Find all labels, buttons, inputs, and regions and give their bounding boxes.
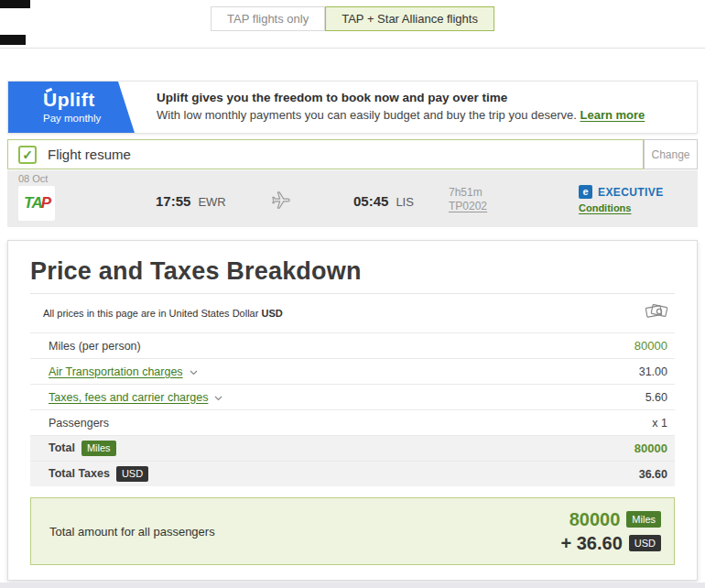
airplane-icon: [271, 191, 291, 214]
row-value: 5.60: [645, 391, 667, 404]
row-label: Passengers: [49, 417, 109, 430]
tap-airline-logo: TAP: [18, 186, 55, 221]
banknotes-icon: [644, 301, 669, 325]
air-transportation-charges-link[interactable]: Air Transportation charges: [49, 365, 183, 378]
uplift-subtext: With low monthly payments you can easily…: [157, 108, 645, 122]
uplift-banner: Uplift Pay monthly Uplift gives you the …: [7, 81, 698, 134]
cabin-class-block: e EXECUTIVE Conditions: [579, 185, 664, 215]
row-value: 36.60: [639, 468, 667, 481]
uplift-tagline: Pay monthly: [43, 113, 135, 124]
cropped-black-element-left: [0, 35, 26, 45]
total-values: 80000 Miles + 36.60 USD: [560, 509, 661, 554]
arrival-time: 05:45: [353, 193, 388, 209]
row-air-transportation-charges: Air Transportation charges 31.00: [30, 358, 675, 384]
row-taxes-fees-carrier-charges: Taxes, fees and carrier charges 5.60: [30, 384, 675, 409]
row-total-taxes: Total Taxes USD 36.60: [30, 461, 675, 486]
miles-badge: Miles: [81, 441, 116, 456]
row-value: x 1: [652, 417, 667, 430]
change-flight-button[interactable]: Change: [644, 139, 698, 169]
executive-class-icon: e: [579, 185, 592, 199]
flight-resume-header: ✓ Flight resume: [7, 139, 644, 169]
checkmark-icon: ✓: [22, 148, 33, 161]
arrival-info: 05:45 LIS: [353, 193, 414, 209]
row-miles-per-person: Miles (per person) 80000: [30, 332, 675, 358]
row-label: Total: [49, 441, 75, 454]
flight-resume-checkbox[interactable]: ✓: [18, 146, 37, 164]
tab-tap-flights-only[interactable]: TAP flights only: [211, 6, 325, 31]
flight-duration: 7h51m: [449, 186, 487, 200]
arrival-airport: LIS: [396, 195, 414, 209]
flight-type-tabs: TAP flights only TAP + Star Alliance fli…: [211, 6, 494, 31]
cropped-black-element-top: [0, 0, 30, 8]
header-divider: [0, 48, 705, 49]
tab-tap-star-alliance[interactable]: TAP + Star Alliance flights: [325, 6, 494, 31]
row-value: 31.00: [639, 365, 667, 378]
price-breakdown-title: Price and Taxes Breakdown: [30, 257, 675, 286]
chevron-down-icon[interactable]: [190, 370, 198, 376]
currency-code: USD: [261, 308, 282, 319]
row-passengers: Passengers x 1: [30, 409, 675, 435]
flight-resume-title: Flight resume: [48, 147, 131, 162]
usd-badge: USD: [116, 466, 148, 482]
miles-badge: Miles: [626, 511, 661, 527]
uplift-logo-panel: Uplift Pay monthly: [8, 82, 135, 133]
currency-note: All prices in this page are in United St…: [43, 308, 283, 319]
flight-date: 08 Oct: [18, 173, 48, 184]
total-miles-value: 80000: [569, 509, 621, 530]
row-label: Total Taxes: [49, 467, 110, 480]
cabin-class-label: EXECUTIVE: [598, 186, 664, 199]
price-rows: Miles (per person) 80000 Air Transportat…: [30, 332, 675, 486]
conditions-link[interactable]: Conditions: [579, 202, 631, 213]
currency-note-row: All prices in this page are in United St…: [30, 294, 675, 332]
flight-number-link[interactable]: TP0202: [449, 200, 487, 213]
usd-badge: USD: [629, 535, 661, 550]
total-amount-label: Total amount for all passengers: [49, 525, 215, 539]
departure-time: 17:55: [156, 193, 190, 209]
price-breakdown-card: Price and Taxes Breakdown All prices in …: [7, 240, 698, 581]
uplift-logo: Uplift: [43, 89, 95, 111]
flight-details-row: 08 Oct TAP 17:55 EWR 05:45 LIS 7h51m TP0…: [7, 170, 698, 227]
row-total-miles: Total Miles 80000: [30, 435, 675, 461]
row-value: 80000: [634, 441, 667, 455]
row-value: 80000: [634, 339, 667, 353]
uplift-headline: Uplift gives you the freedom to book now…: [157, 91, 645, 104]
departure-info: 17:55 EWR: [156, 193, 226, 209]
chevron-down-icon[interactable]: [214, 396, 222, 401]
departure-airport: EWR: [198, 195, 225, 209]
row-label: Miles (per person): [49, 340, 141, 353]
total-usd-value: + 36.60: [560, 533, 622, 554]
taxes-fees-charges-link[interactable]: Taxes, fees and carrier charges: [49, 391, 208, 404]
page-background-strip: [0, 583, 705, 588]
total-amount-box: Total amount for all passengers 80000 Mi…: [30, 497, 675, 565]
duration-flight-block: 7h51m TP0202: [449, 186, 487, 213]
learn-more-link[interactable]: Learn more: [580, 108, 645, 122]
